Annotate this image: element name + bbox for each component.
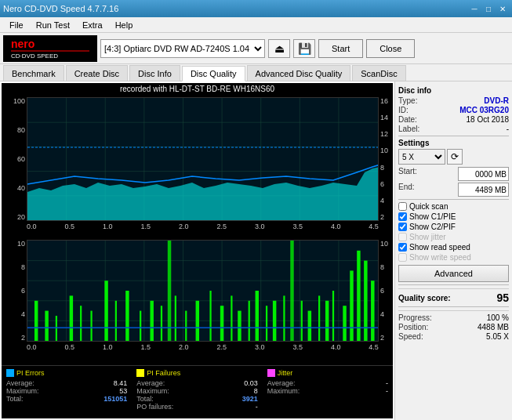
menu-file[interactable]: File — [3, 19, 30, 31]
start-label: Start: — [398, 167, 417, 181]
quality-score-value: 95 — [496, 291, 509, 304]
disc-id-row: ID: MCC 03RG20 — [398, 106, 509, 114]
svg-rect-57 — [308, 311, 311, 341]
y-axis-top-right: 16 14 12 10 8 6 4 2 — [380, 97, 391, 221]
show-write-checkbox[interactable] — [398, 253, 407, 262]
disc-type-row: Type: DVD-R — [398, 96, 509, 105]
x-axis-top: 0.0 0.5 1.0 1.5 2.0 2.5 3.0 3.5 4.0 4.5 — [27, 223, 379, 230]
y-axis-top-left: 100 80 60 40 20 — [3, 97, 25, 221]
menu-extra[interactable]: Extra — [76, 19, 109, 31]
position-val: 4488 MB — [478, 323, 509, 331]
end-row: End: — [398, 183, 509, 197]
svg-rect-60 — [332, 291, 334, 341]
disc-date-label: Date: — [398, 115, 417, 124]
advanced-button[interactable]: Advanced — [398, 265, 509, 282]
tab-disc-info[interactable]: Disc Info — [129, 65, 180, 81]
show-read-label: Show read speed — [409, 243, 470, 252]
pi-failures-label: PI Failures — [147, 369, 180, 377]
jitter-max-val: - — [386, 387, 388, 395]
speed-val: 5.05 X — [486, 332, 509, 341]
pif-po-val: - — [256, 403, 258, 411]
start-button[interactable]: Start — [318, 39, 363, 58]
pi-failures-label-row: PI Failures — [136, 369, 257, 377]
main-content: recorded with HL-DT-ST BD-RE WH16NS60 10… — [0, 81, 512, 420]
svg-marker-16 — [27, 165, 378, 220]
svg-rect-48 — [231, 295, 232, 341]
eject-button[interactable]: ⏏ — [268, 39, 290, 58]
svg-rect-62 — [350, 270, 353, 341]
pif-total-val: 3921 — [242, 395, 258, 403]
show-c2-row: Show C2/PIF — [398, 223, 509, 231]
svg-rect-34 — [80, 306, 82, 341]
info-panel: Disc info Type: DVD-R ID: MCC 03RG20 Dat… — [394, 81, 512, 420]
svg-rect-38 — [125, 291, 129, 341]
menu-run-test[interactable]: Run Test — [30, 19, 76, 31]
minimize-button[interactable]: ─ — [468, 3, 481, 14]
tab-advanced-disc-quality[interactable]: Advanced Disc Quality — [247, 65, 351, 81]
quick-scan-checkbox[interactable] — [398, 202, 407, 211]
svg-rect-31 — [45, 311, 48, 341]
show-c2-checkbox[interactable] — [398, 223, 407, 231]
stats-row: PI Errors Average: 8.41 Maximum: 53 Tota… — [2, 365, 393, 418]
speed-label: Speed: — [398, 332, 423, 341]
top-chart-svg — [27, 98, 378, 220]
settings-section: Settings — [398, 139, 509, 147]
pi-errors-label-row: PI Errors — [6, 369, 127, 377]
end-input[interactable] — [458, 183, 509, 197]
svg-rect-53 — [273, 301, 276, 341]
svg-rect-41 — [161, 306, 162, 341]
progress-val: 100 % — [487, 313, 509, 322]
maximize-button[interactable]: □ — [482, 3, 495, 14]
show-write-row: Show write speed — [398, 253, 509, 262]
jitter-avg-label: Average: — [267, 379, 296, 387]
disc-type-label: Type: — [398, 96, 417, 105]
end-label: End: — [398, 183, 415, 197]
tab-scan-disc[interactable]: ScanDisc — [352, 65, 405, 81]
y-axis-bottom-right: 10 8 6 4 2 — [380, 240, 391, 342]
y-label-60: 60 — [17, 155, 25, 163]
title-bar: Nero CD-DVD Speed 4.7.7.16 ─ □ ✕ — [0, 0, 512, 17]
speed-select[interactable]: 5 X 2 X 4 X 8 X Max — [398, 149, 445, 165]
save-button[interactable]: 💾 — [293, 39, 315, 58]
chart-title: recorded with HL-DT-ST BD-RE WH16NS60 — [120, 85, 274, 93]
start-input[interactable] — [458, 167, 509, 181]
divider-1 — [398, 136, 509, 136]
svg-rect-43 — [175, 295, 176, 341]
pi-avg-val: 8.41 — [114, 379, 128, 387]
disc-label-row: Label: - — [398, 125, 509, 133]
position-label: Position: — [398, 323, 428, 331]
show-jitter-checkbox[interactable] — [398, 233, 407, 241]
disc-label-label: Label: — [398, 125, 419, 133]
svg-rect-36 — [104, 281, 107, 341]
tab-disc-quality[interactable]: Disc Quality — [182, 66, 245, 81]
close-button[interactable]: Close — [366, 39, 415, 58]
pi-failures-stats: PI Failures Average: 0.03 Maximum: 8 Tot… — [132, 366, 262, 418]
show-jitter-label: Show jitter — [409, 233, 446, 241]
settings-refresh-btn[interactable]: ⟳ — [447, 149, 463, 165]
toolbar: nero CD·DVD SPEED [4:3] Optiarc DVD RW A… — [0, 33, 512, 64]
pi-errors-color-dot — [6, 369, 14, 377]
show-c1-checkbox[interactable] — [398, 212, 407, 221]
drive-select[interactable]: [4:3] Optiarc DVD RW AD-7240S 1.04 — [100, 39, 265, 58]
disc-type-val: DVD-R — [484, 96, 509, 105]
pi-max-val: 53 — [119, 387, 127, 395]
svg-rect-42 — [168, 241, 171, 341]
y-axis-bottom-left: 10 8 6 4 2 — [3, 240, 25, 342]
pif-po-row: PO failures: - — [136, 403, 257, 411]
bottom-chart — [27, 240, 379, 342]
svg-rect-40 — [150, 301, 153, 341]
jitter-max-row: Maximum: - — [267, 387, 388, 395]
svg-rect-45 — [196, 301, 199, 341]
svg-rect-58 — [318, 295, 320, 341]
tab-create-disc[interactable]: Create Disc — [66, 65, 128, 81]
tab-benchmark[interactable]: Benchmark — [3, 65, 64, 81]
show-read-checkbox[interactable] — [398, 243, 407, 252]
pif-total-label: Total: — [136, 395, 154, 403]
svg-rect-49 — [238, 311, 241, 341]
disc-info-section: Disc info — [398, 86, 509, 95]
pi-avg-row: Average: 8.41 — [6, 379, 127, 387]
pi-total-val: 151051 — [103, 395, 127, 403]
svg-rect-64 — [364, 261, 367, 341]
menu-help[interactable]: Help — [109, 19, 140, 31]
close-window-button[interactable]: ✕ — [496, 3, 509, 14]
